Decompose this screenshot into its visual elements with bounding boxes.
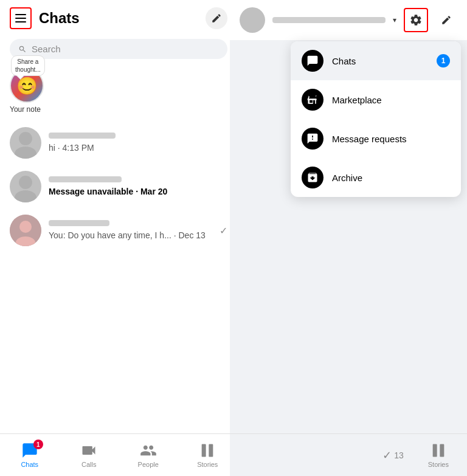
person-icon bbox=[10, 171, 41, 202]
svg-rect-7 bbox=[202, 444, 206, 457]
compose-button-left[interactable] bbox=[206, 7, 227, 29]
svg-point-2 bbox=[19, 176, 32, 189]
page-title: Chats bbox=[39, 10, 198, 27]
share-thought-bubble: Share athought... bbox=[11, 55, 45, 76]
video-camera-icon bbox=[80, 442, 97, 459]
chat-name-blurred bbox=[49, 220, 109, 226]
chevron-down-icon[interactable]: ▾ bbox=[393, 16, 396, 24]
chat-item[interactable]: hi · 4:13 PM bbox=[0, 121, 237, 165]
nav-label-chats: Chats bbox=[21, 461, 38, 468]
svg-point-5 bbox=[19, 221, 32, 233]
nav-item-people[interactable]: People bbox=[119, 434, 178, 476]
chats-badge: 1 bbox=[33, 440, 43, 449]
chats-nav-icon-wrap: 1 bbox=[21, 442, 38, 459]
dropdown-item-chats[interactable]: Chats 1 bbox=[291, 41, 461, 80]
avatar bbox=[10, 127, 41, 159]
dropdown-item-archive[interactable]: Archive bbox=[291, 158, 461, 197]
dropdown-label-marketplace: Marketplace bbox=[332, 95, 450, 105]
message-requests-icon bbox=[306, 133, 319, 145]
checkmark-icon: ✓ bbox=[220, 225, 227, 236]
chat-info: Message unavailable · Mar 20 bbox=[49, 176, 227, 197]
svg-point-1 bbox=[15, 147, 36, 159]
stories-nav-icon-wrap bbox=[199, 442, 216, 459]
avatar bbox=[10, 215, 41, 246]
right-nav-checkmark[interactable]: ✓ 13 bbox=[382, 449, 404, 462]
your-note-label: Your note bbox=[10, 105, 41, 114]
stories-icon bbox=[199, 442, 216, 459]
chat-item[interactable]: You: Do you have any time, I h... · Dec … bbox=[0, 209, 237, 252]
dropdown-archive-icon bbox=[302, 167, 323, 188]
your-note-section: Share athought... 😊 Your note bbox=[0, 66, 237, 119]
compose-button-right[interactable] bbox=[435, 9, 457, 31]
dropdown-item-marketplace[interactable]: Marketplace bbox=[291, 80, 461, 119]
chat-item[interactable]: Message unavailable · Mar 20 bbox=[0, 165, 237, 209]
right-nav-label-stories: Stories bbox=[428, 461, 449, 468]
settings-button[interactable] bbox=[404, 8, 428, 32]
checkmark-time: 13 bbox=[394, 450, 404, 460]
search-icon bbox=[18, 45, 27, 53]
chat-name-blurred bbox=[49, 133, 116, 139]
search-placeholder: Search bbox=[32, 44, 61, 54]
checkmark-icon-right: ✓ bbox=[382, 449, 392, 462]
left-panel: Chats Search Share athought... 😊 Your no… bbox=[0, 0, 237, 476]
dropdown-marketplace-icon bbox=[302, 89, 323, 111]
dropdown-menu: Chats 1 Marketplace Message requests bbox=[291, 41, 461, 197]
person-photo-icon bbox=[10, 215, 41, 246]
nav-item-chats[interactable]: 1 Chats bbox=[0, 434, 60, 476]
archive-icon bbox=[306, 171, 319, 184]
dropdown-chats-icon bbox=[302, 50, 323, 72]
stories-right-icon bbox=[430, 442, 447, 459]
person-icon bbox=[10, 127, 41, 159]
dropdown-label-message-requests: Message requests bbox=[332, 134, 450, 144]
people-icon bbox=[140, 442, 157, 459]
bottom-navigation: 1 Chats Calls People bbox=[0, 433, 237, 476]
gear-icon bbox=[409, 13, 423, 27]
pencil-icon-right bbox=[441, 15, 452, 26]
dropdown-label-archive: Archive bbox=[332, 173, 450, 183]
note-avatar-wrap[interactable]: Share athought... 😊 bbox=[10, 69, 44, 103]
nav-label-stories: Stories bbox=[197, 461, 218, 468]
nav-label-calls: Calls bbox=[81, 461, 96, 468]
nav-item-calls[interactable]: Calls bbox=[60, 434, 119, 476]
chat-list: hi · 4:13 PM Message unavailable · Mar 2… bbox=[0, 119, 237, 476]
hamburger-icon bbox=[15, 14, 26, 22]
svg-rect-10 bbox=[440, 444, 444, 457]
dropdown-message-requests-icon bbox=[302, 128, 323, 150]
chat-info: hi · 4:13 PM bbox=[49, 133, 227, 153]
svg-rect-9 bbox=[433, 444, 437, 457]
chat-preview: You: Do you have any time, I h... · Dec … bbox=[49, 230, 206, 240]
dropdown-label-chats: Chats bbox=[332, 56, 428, 66]
chat-name-blurred bbox=[49, 176, 122, 182]
right-header: ▾ bbox=[230, 0, 467, 40]
speech-bubble-icon bbox=[306, 55, 319, 67]
people-nav-icon-wrap bbox=[140, 442, 157, 459]
chats-dropdown-badge: 1 bbox=[437, 54, 450, 67]
profile-name-blurred bbox=[272, 17, 386, 23]
chat-preview: Message unavailable · Mar 20 bbox=[49, 187, 167, 196]
avatar bbox=[10, 171, 41, 202]
right-nav-stories[interactable]: Stories bbox=[428, 442, 449, 468]
svg-rect-8 bbox=[209, 444, 213, 457]
left-header: Chats bbox=[0, 0, 237, 36]
chat-preview: hi · 4:13 PM bbox=[49, 143, 94, 153]
nav-label-people: People bbox=[138, 461, 159, 468]
menu-button[interactable] bbox=[10, 7, 32, 29]
chat-info: You: Do you have any time, I h... · Dec … bbox=[49, 220, 212, 241]
calls-nav-icon-wrap bbox=[80, 442, 97, 459]
svg-point-0 bbox=[19, 132, 32, 145]
right-panel: ▾ Chats 1 bbox=[230, 0, 467, 476]
store-icon bbox=[306, 94, 319, 106]
pencil-icon-left bbox=[211, 13, 222, 24]
nav-item-stories[interactable]: Stories bbox=[178, 434, 238, 476]
dropdown-item-message-requests[interactable]: Message requests bbox=[291, 119, 461, 158]
profile-avatar[interactable] bbox=[240, 7, 265, 33]
right-bottom-nav: ✓ 13 Stories bbox=[230, 433, 467, 476]
svg-point-3 bbox=[15, 190, 36, 202]
